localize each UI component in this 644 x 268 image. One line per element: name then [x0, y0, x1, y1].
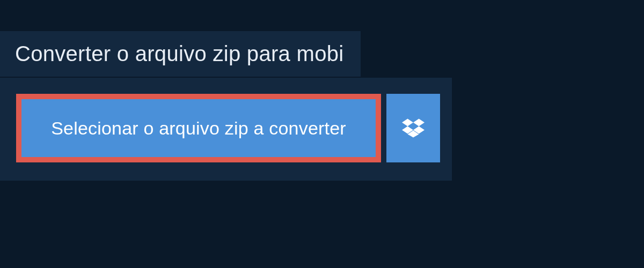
upload-panel: Selecionar o arquivo zip a converter	[0, 78, 452, 181]
select-file-label: Selecionar o arquivo zip a converter	[51, 118, 346, 139]
dropbox-icon	[402, 117, 425, 139]
title-bar: Converter o arquivo zip para mobi	[0, 31, 361, 77]
page-title: Converter o arquivo zip para mobi	[15, 42, 343, 65]
dropbox-button[interactable]	[386, 94, 440, 162]
button-row: Selecionar o arquivo zip a converter	[16, 94, 441, 162]
select-file-button[interactable]: Selecionar o arquivo zip a converter	[16, 94, 381, 162]
